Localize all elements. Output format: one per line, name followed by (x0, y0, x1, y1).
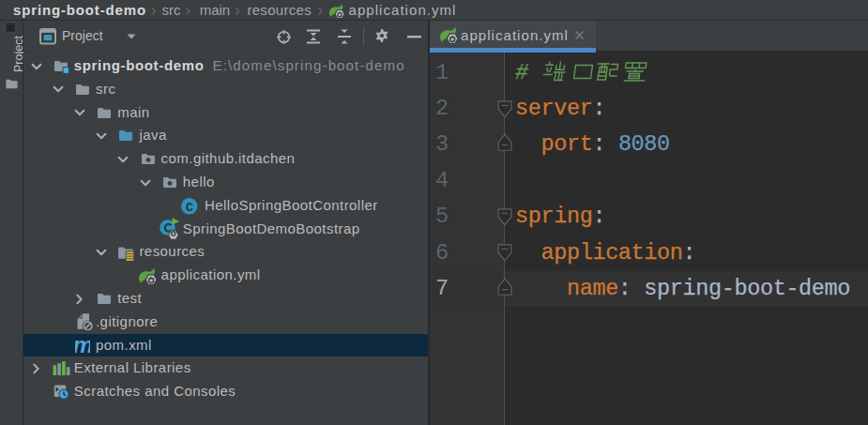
svg-text:m: m (75, 338, 90, 353)
svg-text:C: C (186, 201, 193, 215)
